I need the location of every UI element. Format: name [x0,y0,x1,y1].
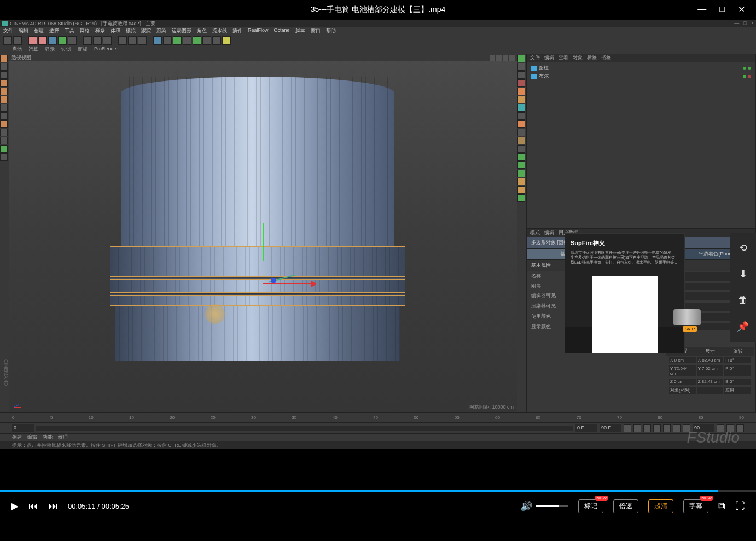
obj-menu-item[interactable]: 查看 [559,54,568,62]
c4d-max-icon[interactable]: □ [743,20,746,26]
obj-menu-item[interactable]: 编辑 [544,54,554,62]
timeline[interactable]: 051015202530354045505560657075808590 [0,412,756,422]
redo-icon[interactable] [13,36,22,45]
download-icon[interactable]: ⬇ [736,268,749,281]
cube-icon[interactable] [153,36,162,45]
plugin-icon[interactable] [517,104,525,112]
deformer-icon[interactable] [193,36,201,45]
menu-item[interactable]: 编辑 [19,27,28,35]
playback-slider[interactable] [36,426,573,431]
plugin-icon[interactable] [517,137,525,144]
coord-val[interactable]: X 0 cm [669,357,696,363]
mat-menu-item[interactable]: 创建 [12,434,22,441]
next-button[interactable]: ⏭ [48,501,58,512]
plugin-icon[interactable] [517,153,525,161]
quality-button[interactable]: 超清 [648,499,673,513]
coord-val[interactable]: Y 72.644 cm [669,365,696,376]
coord-val[interactable]: Y 7.62 cm [697,365,724,376]
vp-rotate-icon[interactable] [503,55,508,61]
plugin-icon[interactable] [517,120,525,128]
plugin-icon[interactable] [517,178,525,185]
menu-item[interactable]: 文件 [3,27,13,35]
vp-tab[interactable]: ProRender [94,46,118,54]
y-axis[interactable] [263,223,264,261]
close-button[interactable]: ✕ [738,4,745,15]
menu-item[interactable]: 工具 [65,27,74,35]
menu-item[interactable]: 插件 [232,27,242,35]
coord-val[interactable]: B 0° [724,379,751,385]
x-axis-arrow[interactable] [311,281,317,287]
obj-menu-item[interactable]: 文件 [530,54,540,62]
attr-menu-item[interactable]: 编辑 [544,229,554,237]
visibility-dot[interactable] [748,75,751,78]
coord-val[interactable]: X 82.43 cm [697,357,724,363]
vp-zoom-icon[interactable] [496,55,502,61]
prev-button[interactable]: ⏮ [28,501,38,512]
menu-item[interactable]: 渲染 [156,27,166,35]
spline-icon[interactable] [163,36,172,45]
plugin-icon[interactable] [517,79,525,87]
menu-item[interactable]: 流水线 [212,27,227,35]
visibility-dot[interactable] [743,75,746,78]
render-settings-icon[interactable] [128,36,137,45]
plugin-icon[interactable] [517,194,525,202]
select-tool-icon[interactable] [28,36,37,45]
move-tool-icon[interactable] [38,36,47,45]
edge-mode-icon[interactable] [0,88,8,95]
axis-y-icon[interactable] [93,36,102,45]
mark-button[interactable]: 标记 NEW [578,499,603,513]
vp-tab[interactable]: 显示 [45,46,55,54]
menu-item[interactable]: 模拟 [126,27,136,35]
polygon-mode-icon[interactable] [0,96,8,103]
next-key-icon[interactable] [673,424,681,432]
apply-button[interactable]: 应用 [724,387,751,394]
nurbs-icon[interactable] [173,36,182,45]
vp-tab[interactable]: 面板 [78,46,88,54]
plugin-icon[interactable] [517,63,525,71]
menu-item[interactable]: 网格 [80,27,90,35]
c4d-min-icon[interactable]: — [734,20,739,26]
maximize-button[interactable]: □ [719,4,725,15]
vp-layout-icon[interactable] [509,55,515,61]
current-frame[interactable]: 0 F [575,424,597,432]
object-row[interactable]: 布尔 [531,72,751,80]
axis-z-icon[interactable] [103,36,112,45]
camera-icon[interactable] [212,36,221,45]
menu-item[interactable]: 样条 [95,27,105,35]
delete-icon[interactable]: 🗑 [736,294,749,307]
model-mode-icon[interactable] [0,55,8,62]
obj-menu-item[interactable]: 标签 [587,54,597,62]
snap-icon[interactable] [0,137,8,144]
obj-menu-item[interactable]: 对象 [573,54,583,62]
plugin-icon[interactable] [517,112,525,120]
subtitle-button[interactable]: 字幕 NEW [683,499,708,513]
vp-tab[interactable]: 运算 [28,46,38,54]
workplane-icon[interactable] [0,71,8,79]
menu-item[interactable]: 角色 [197,27,207,35]
tool-icon[interactable] [0,153,8,161]
environment-icon[interactable] [202,36,211,45]
start-frame[interactable]: 0 [12,424,34,432]
tool-icon[interactable] [0,129,8,136]
pin-icon[interactable]: 📌 [736,321,749,334]
rotate-tool-icon[interactable] [58,36,67,45]
picture-viewer-icon[interactable] [138,36,147,45]
obj-menu-item[interactable]: 书签 [601,54,611,62]
prev-frame-icon[interactable] [643,424,651,432]
speed-button[interactable]: 倍速 [613,499,638,513]
plugin-icon[interactable] [517,88,525,95]
minimize-button[interactable]: — [697,4,706,15]
axis-mode-icon[interactable] [0,104,8,112]
c4d-close-icon[interactable]: × [751,20,754,26]
array-icon[interactable] [183,36,191,45]
plugin-icon[interactable] [517,71,525,79]
plugin-icon[interactable] [517,186,525,194]
fullscreen-icon[interactable]: ⛶ [735,501,745,512]
tool-icon[interactable] [68,36,77,45]
mat-menu-item[interactable]: 功能 [43,434,53,441]
vp-tab[interactable]: 过滤 [61,46,71,54]
menu-item[interactable]: 选择 [49,27,59,35]
light-icon[interactable] [222,36,231,45]
visibility-dot[interactable] [743,67,746,70]
attr-menu-item[interactable]: 模式 [530,229,540,237]
